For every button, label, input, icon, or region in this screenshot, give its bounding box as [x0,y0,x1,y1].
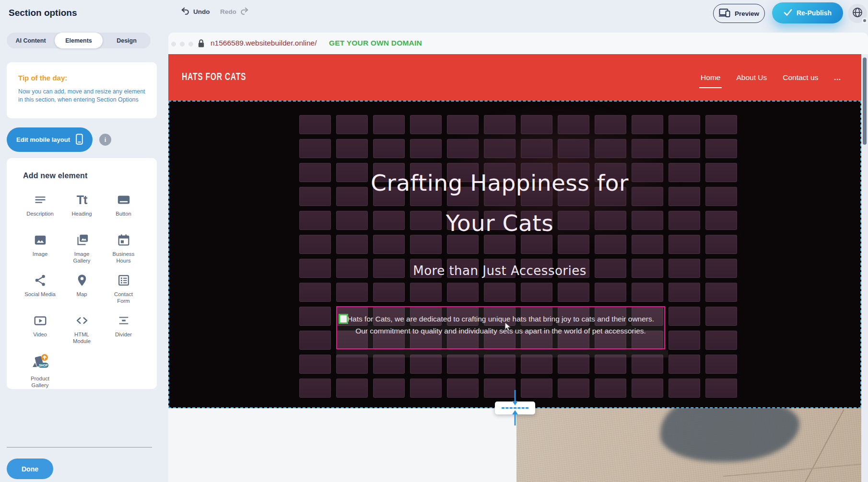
hero-tile [373,379,405,398]
add-element-html-module[interactable]: HTML Module [61,312,103,346]
hero-tile [558,283,589,302]
tab-elements[interactable]: Elements [55,33,103,48]
hero-tile [595,139,626,158]
devices-icon [719,8,730,19]
hero-tile [558,115,589,134]
undo-icon [180,7,190,17]
hero-subheading[interactable]: More than Just Accessories [169,264,830,278]
hero-tile [705,355,737,374]
hero-tile [299,307,331,326]
selected-hero-section[interactable]: Crafting Happiness for Your Cats More th… [168,101,861,408]
add-element-contact-form[interactable]: Contact Form [103,272,144,306]
nav-more-menu[interactable]: ... [834,74,841,81]
checkmark-icon [784,9,792,17]
hero-tile [669,355,700,374]
tip-of-the-day-card: Tip of the day: Now you can add, move an… [7,62,157,118]
hero-tile [336,283,368,302]
element-label: Product Gallery [21,375,59,389]
element-label: Contact Form [105,291,143,304]
hero-tile [410,115,442,134]
heading-icon: Tt [77,192,87,208]
hero-tile [447,355,479,374]
edit-mobile-layout-button[interactable]: Edit mobile layout [7,127,93,152]
redo-button[interactable]: Redo [220,7,249,17]
tab-ai-content[interactable]: AI Content [7,33,55,48]
hero-tile [521,283,552,302]
element-hover-band [336,350,668,357]
hero-heading[interactable]: Crafting Happiness for Your Cats [169,163,830,243]
element-label: HTML Module [63,331,101,344]
element-label: Heading [63,210,101,217]
hero-tile [669,379,700,398]
hero-tile [373,139,405,158]
preview-button[interactable]: Preview [713,4,765,23]
pavement-crack [794,409,844,482]
resize-arrow-down-icon [511,390,519,408]
tip-body: Now you can add, move and resize any ele… [18,88,149,104]
selected-text-element[interactable]: Hats for Cats, we are dedicated to craft… [336,306,665,349]
site-url[interactable]: n1566589.websitebuilder.online/ [211,39,317,47]
republish-button[interactable]: Re-Publish [772,2,843,23]
add-element-map[interactable]: Map [61,272,103,306]
hero-tile [410,379,442,398]
add-element-image-gallery[interactable]: Image Gallery [61,232,103,265]
hero-tile [632,139,663,158]
html-code-icon [75,312,89,329]
site-logo[interactable]: HATS FOR CATS [182,71,246,83]
undo-button[interactable]: Undo [180,7,210,17]
resize-arrow-up-icon [511,409,519,427]
social-media-icon [33,272,47,288]
add-new-element-card: Add new element Description Tt Heading B… [7,158,157,389]
info-icon[interactable]: i [99,134,111,146]
add-element-social-media[interactable]: Social Media [19,272,61,306]
add-element-heading[interactable]: Tt Heading [61,192,103,225]
mobile-phone-icon [76,134,83,146]
hero-tile [447,139,479,158]
cat-shadow [660,408,799,462]
done-button[interactable]: Done [7,459,53,479]
hero-tile [632,283,663,302]
add-element-business-hours[interactable]: Business Hours [103,232,144,265]
hero-tile [410,355,442,374]
site-header[interactable]: HATS FOR CATS Home About Us Contact us .… [168,54,861,101]
hero-tile [595,115,626,134]
globe-icon [852,7,863,20]
hero-tile [521,355,552,374]
language-globe-button[interactable] [848,4,867,23]
nav-about-us[interactable]: About Us [736,73,767,82]
svg-text:SHOP: SHOP [39,364,48,367]
element-label: Map [63,291,101,298]
add-element-button[interactable]: Button [103,192,144,225]
hero-tile [336,355,368,374]
nav-contact-us[interactable]: Contact us [783,73,818,82]
hero-tile [705,115,737,134]
add-element-image[interactable]: Image [19,232,61,265]
scrollbar-thumb[interactable] [863,57,867,145]
panel-tabbar: AI Content Elements Design [7,33,151,48]
site-preview-pane: n1566589.websitebuilder.online/ GET YOUR… [168,33,868,482]
hero-tile [299,355,331,374]
add-element-video[interactable]: Video [19,312,61,346]
tab-design[interactable]: Design [103,33,151,48]
hero-tile [705,139,737,158]
add-element-description[interactable]: Description [19,192,61,225]
pavement-photo [516,408,861,482]
get-your-own-domain-link[interactable]: GET YOUR OWN DOMAIN [329,39,422,47]
nav-home[interactable]: Home [701,73,720,82]
hero-tile [299,115,331,134]
hero-tile [705,307,737,326]
browser-dots-icon [171,42,193,46]
element-label: Video [21,331,59,338]
hero-tile [669,115,700,134]
product-gallery-icon: SHOP [29,353,52,373]
hero-tile [595,355,626,374]
add-element-product-gallery[interactable]: SHOP Product Gallery [19,353,61,389]
preview-scrollbar[interactable] [861,54,868,482]
add-element-divider[interactable]: Divider [103,312,144,346]
site-nav: Home About Us Contact us ... [701,73,841,82]
hero-tile [669,307,700,326]
hero-tile [558,355,589,374]
globe-status-dot [862,18,868,23]
video-icon [33,312,47,329]
hero-tile [521,379,552,398]
